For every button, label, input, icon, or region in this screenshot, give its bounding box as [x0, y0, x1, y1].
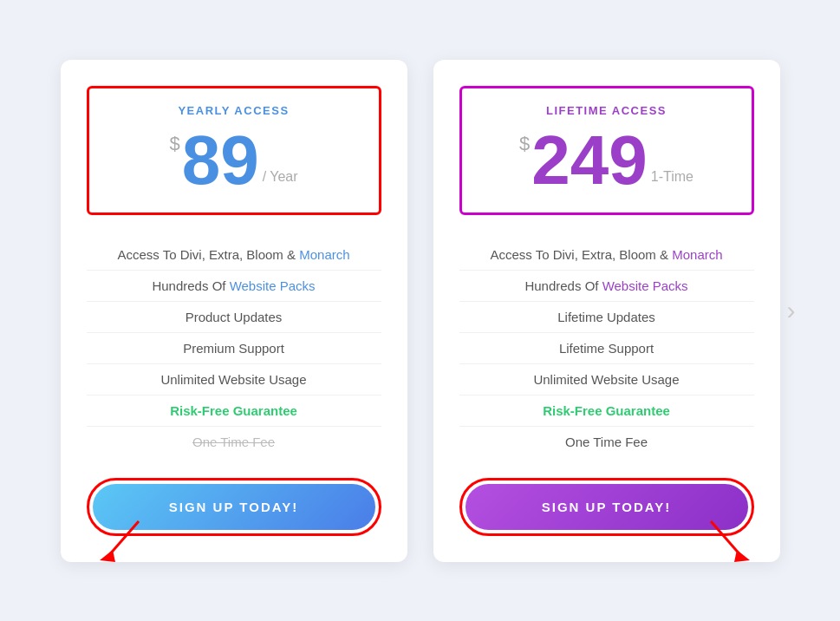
pricing-wrapper: Yearly Access $ 89 / Year Access To Divi…	[35, 25, 806, 597]
lifetime-price-row: $ 249 1-Time	[479, 126, 734, 195]
yearly-feature-5: Unlimited Website Usage	[87, 364, 381, 395]
svg-line-0	[108, 521, 139, 556]
yearly-dollar-sign: $	[169, 133, 179, 155]
lifetime-plan-label: Lifetime Access	[479, 104, 734, 117]
right-chevron-icon: ›	[787, 296, 796, 325]
yearly-feature-4: Premium Support	[87, 333, 381, 364]
svg-line-2	[711, 521, 741, 556]
lifetime-feature-1: Access To Divi, Extra, Bloom & Monarch	[459, 239, 754, 271]
right-arrow-icon	[698, 517, 759, 569]
yearly-feature-1: Access To Divi, Extra, Bloom & Monarch	[87, 239, 381, 271]
lifetime-price-suffix: 1-Time	[651, 169, 693, 185]
svg-marker-3	[734, 550, 750, 562]
yearly-price-number: 89	[182, 126, 259, 195]
yearly-pricing-card: Yearly Access $ 89 / Year Access To Divi…	[61, 60, 407, 562]
left-arrow-icon	[91, 517, 152, 569]
lifetime-feature-3: Lifetime Updates	[459, 302, 754, 333]
lifetime-feature-4: Lifetime Support	[459, 333, 754, 364]
yearly-card-container: Yearly Access $ 89 / Year Access To Divi…	[61, 60, 407, 562]
yearly-price-suffix: / Year	[263, 169, 298, 185]
lifetime-price-number: 249	[531, 126, 647, 195]
lifetime-dollar-sign: $	[519, 133, 530, 155]
lifetime-price-box: Lifetime Access $ 249 1-Time	[459, 86, 754, 215]
yearly-price-row: $ 89 / Year	[107, 126, 361, 195]
yearly-feature-6: Risk-Free Guarantee	[87, 395, 381, 427]
lifetime-feature-2: Hundreds Of Website Packs	[459, 271, 754, 302]
yearly-feature-3: Product Updates	[87, 302, 381, 333]
svg-marker-1	[100, 550, 115, 562]
lifetime-feature-5: Unlimited Website Usage	[459, 364, 754, 395]
lifetime-feature-7: One Time Fee	[459, 427, 754, 457]
lifetime-features-list: Access To Divi, Extra, Bloom & Monarch H…	[459, 239, 754, 457]
lifetime-card-container: Lifetime Access $ 249 1-Time Access To D…	[433, 60, 780, 562]
lifetime-feature-6: Risk-Free Guarantee	[459, 395, 754, 427]
yearly-features-list: Access To Divi, Extra, Bloom & Monarch H…	[87, 239, 381, 457]
yearly-feature-2: Hundreds Of Website Packs	[87, 271, 381, 302]
yearly-feature-7: One Time Fee	[87, 427, 381, 457]
yearly-plan-label: Yearly Access	[107, 104, 361, 117]
yearly-price-box: Yearly Access $ 89 / Year	[87, 86, 381, 215]
lifetime-pricing-card: Lifetime Access $ 249 1-Time Access To D…	[433, 60, 780, 562]
